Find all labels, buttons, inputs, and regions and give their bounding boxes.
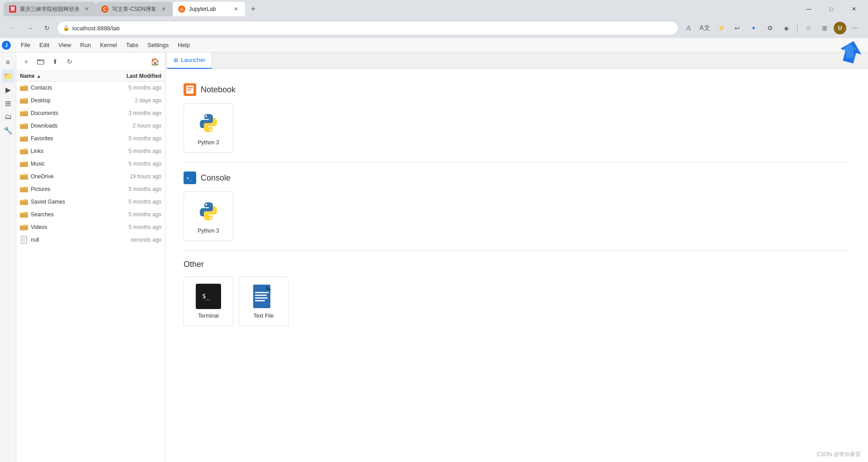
notebook-section-header: Notebook (184, 83, 850, 96)
file-row[interactable]: Contacts 5 months ago (16, 81, 165, 94)
new-folder-button[interactable] (34, 55, 47, 68)
menu-help[interactable]: Help (173, 40, 194, 50)
close-button[interactable]: ✕ (844, 2, 864, 16)
file-row[interactable]: Links 5 months ago (16, 145, 165, 157)
settings-icon[interactable]: ⚙ (763, 21, 777, 35)
browser-tab-1[interactable]: 重 重庆三峡学院校园网登录 ✕ (4, 2, 96, 16)
file-row[interactable]: Pictures 5 months ago (16, 183, 165, 195)
notebook-section-icon (184, 83, 196, 96)
extensions-icon[interactable]: ✦ (746, 21, 761, 35)
file-row[interactable]: Desktop 2 days ago (16, 94, 165, 107)
menu-settings[interactable]: Settings (143, 40, 173, 50)
back-arrow-icon[interactable]: ↩ (730, 21, 745, 35)
svg-rect-14 (186, 86, 193, 94)
file-row[interactable]: Saved Games 5 months ago (16, 195, 165, 208)
menu-view[interactable]: View (54, 40, 75, 50)
browser-tab-2[interactable]: C 写文章-CSDN博客 ✕ (96, 2, 173, 16)
svg-rect-26 (255, 295, 267, 296)
tab1-close[interactable]: ✕ (83, 5, 90, 13)
textfile-card[interactable]: Text File (239, 276, 288, 326)
tab3-label: JupyterLab (189, 6, 229, 12)
file-row[interactable]: OneDrive 19 hours ago (16, 170, 165, 183)
tab1-favicon: 重 (9, 5, 16, 13)
file-row[interactable]: Searches 5 months ago (16, 208, 165, 221)
tab3-favicon: ◎ (178, 5, 185, 13)
file-row[interactable]: Music 5 months ago (16, 157, 165, 170)
forward-button[interactable]: → (23, 21, 37, 35)
browser-tab-3[interactable]: ◎ JupyterLab ✕ (173, 2, 245, 16)
folder-icon (20, 210, 28, 219)
sidebar-tabs-icon[interactable]: 🗂 (2, 110, 14, 123)
sidebar-menu-icon[interactable]: ≡ (2, 56, 14, 69)
menu-edit[interactable]: Edit (35, 40, 54, 50)
python3-notebook-icon (196, 110, 221, 136)
file-row[interactable]: Videos 5 months ago (16, 221, 165, 233)
folder-icon (20, 160, 28, 168)
back-button[interactable]: ← (5, 21, 20, 35)
terminal-card[interactable]: $_ Terminal (184, 276, 233, 326)
address-input[interactable]: 🔒 localhost:8888/lab (57, 21, 679, 35)
tab2-label: 写文章-CSDN博客 (112, 5, 156, 13)
app-body: ≡ 📁 ▶ ⊞ 🗂 🔧 + ⬆ ↻ 🏠 (0, 52, 868, 462)
bird-logo-decoration (838, 39, 863, 66)
console-cards: Python 3 (184, 191, 850, 241)
svg-rect-28 (255, 300, 265, 301)
console-section-title: Console (201, 173, 231, 183)
read-aloud-icon[interactable]: 𝔸 (681, 21, 696, 35)
folder-icon (20, 223, 28, 231)
minimize-button[interactable]: — (798, 2, 819, 16)
new-tab-button[interactable]: + (247, 3, 259, 15)
python3-console-card[interactable]: Python 3 (184, 191, 233, 241)
sidebar-ext-icon[interactable]: 🔧 (2, 124, 14, 137)
file-name: Desktop (31, 97, 103, 104)
refresh-files-button[interactable]: ↻ (63, 55, 76, 68)
file-modified: 5 months ago (103, 199, 161, 205)
svg-point-18 (205, 115, 207, 117)
menu-kernel[interactable]: Kernel (95, 40, 122, 50)
collections-icon[interactable]: ⊞ (817, 21, 832, 35)
textfile-icon (251, 284, 276, 309)
menu-run[interactable]: Run (75, 40, 95, 50)
more-icon[interactable]: ⋯ (848, 21, 863, 35)
new-file-button[interactable]: + (20, 55, 33, 68)
maximize-button[interactable]: □ (821, 2, 842, 16)
launcher-tab-label: Launcher (181, 57, 205, 63)
file-name: Pictures (31, 186, 103, 192)
profile-avatar[interactable]: U (834, 22, 846, 34)
sidebar-filebrowser-icon[interactable]: 📁 (2, 70, 14, 82)
favorites-icon[interactable]: ☆ (801, 21, 816, 35)
file-row[interactable]: Favorites 5 months ago (16, 132, 165, 145)
python3-notebook-card[interactable]: Python 3 (184, 103, 233, 153)
file-name: Saved Games (31, 199, 103, 205)
browser-essentials-icon[interactable]: ⚡ (714, 21, 728, 35)
folder-icon (20, 147, 28, 155)
column-name[interactable]: Name ▲ (20, 73, 103, 79)
folder-icon (20, 185, 28, 193)
refresh-button[interactable]: ↻ (40, 21, 54, 35)
tab2-close[interactable]: ✕ (160, 5, 167, 13)
sidebar-commands-icon[interactable]: ⊞ (2, 97, 14, 110)
terminal-icon: $_ (196, 284, 221, 309)
title-bar: 重 重庆三峡学院校园网登录 ✕ C 写文章-CSDN博客 ✕ ◎ Jupyter… (0, 0, 868, 18)
translate-icon[interactable]: A文 (698, 21, 712, 35)
file-row[interactable]: Documents 3 months ago (16, 107, 165, 119)
upload-button[interactable]: ⬆ (49, 55, 61, 68)
watermark: CSDN @带你看雷 (816, 451, 861, 458)
file-row[interactable]: null seconds ago (16, 233, 165, 246)
content-tab-bar: ⊞ Launcher (165, 52, 868, 69)
home-button[interactable]: 🏠 (149, 55, 161, 68)
file-modified: 5 months ago (103, 161, 161, 167)
tab2-favicon: C (101, 5, 108, 13)
python3-console-icon (196, 199, 221, 224)
other-section-header: Other (184, 260, 850, 269)
menu-file[interactable]: File (16, 40, 35, 50)
menu-tabs[interactable]: Tabs (122, 40, 143, 50)
tab3-close[interactable]: ✕ (232, 5, 240, 13)
sidebar-running-icon[interactable]: ▶ (2, 83, 14, 96)
launcher-tab[interactable]: ⊞ Launcher (167, 52, 212, 69)
file-modified: seconds ago (103, 237, 161, 243)
file-row[interactable]: Downloads 2 hours ago (16, 119, 165, 132)
terminal-label: Terminal (198, 313, 218, 319)
copilot-icon[interactable]: ◈ (779, 21, 793, 35)
launcher-area: Notebook Py (165, 69, 868, 462)
